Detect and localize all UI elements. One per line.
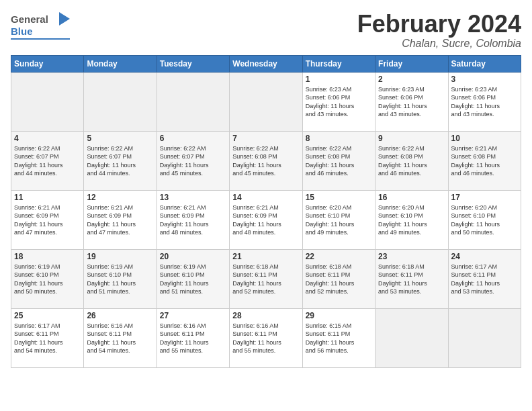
day-number: 26 [87, 311, 153, 320]
day-number: 18 [14, 252, 81, 261]
day-info: Sunrise: 6:23 AMSunset: 6:06 PMDaylight:… [378, 85, 445, 119]
calendar-cell: 20Sunrise: 6:19 AMSunset: 6:10 PMDayligh… [157, 249, 229, 308]
day-info: Sunrise: 6:21 AMSunset: 6:09 PMDaylight:… [87, 203, 153, 237]
calendar-cell: 9Sunrise: 6:22 AMSunset: 6:08 PMDaylight… [375, 131, 448, 190]
calendar-cell [157, 72, 229, 131]
day-info: Sunrise: 6:21 AMSunset: 6:09 PMDaylight:… [14, 203, 81, 237]
calendar-cell: 18Sunrise: 6:19 AMSunset: 6:10 PMDayligh… [11, 249, 84, 308]
day-number: 21 [232, 252, 299, 261]
svg-text:Blue: Blue [11, 26, 33, 37]
day-number: 19 [87, 252, 153, 261]
day-number: 20 [160, 252, 226, 261]
day-number: 29 [306, 311, 372, 320]
day-info: Sunrise: 6:16 AMSunset: 6:11 PMDaylight:… [232, 322, 299, 355]
day-info: Sunrise: 6:15 AMSunset: 6:11 PMDaylight:… [306, 322, 372, 355]
week-row: 18Sunrise: 6:19 AMSunset: 6:10 PMDayligh… [11, 249, 521, 308]
calendar-cell: 12Sunrise: 6:21 AMSunset: 6:09 PMDayligh… [84, 190, 157, 249]
calendar-table: SundayMondayTuesdayWednesdayThursdayFrid… [11, 55, 521, 368]
day-info: Sunrise: 6:20 AMSunset: 6:10 PMDaylight:… [306, 203, 372, 237]
calendar-cell: 29Sunrise: 6:15 AMSunset: 6:11 PMDayligh… [302, 308, 375, 367]
calendar-cell [448, 308, 521, 367]
page: General Blue February 2024 Chalan, Sucre… [0, 0, 532, 411]
calendar-cell: 27Sunrise: 6:16 AMSunset: 6:11 PMDayligh… [157, 308, 229, 367]
day-info: Sunrise: 6:22 AMSunset: 6:07 PMDaylight:… [160, 144, 226, 178]
weekday-wednesday: Wednesday [230, 55, 302, 72]
calendar-cell: 21Sunrise: 6:18 AMSunset: 6:11 PMDayligh… [230, 249, 302, 308]
weekday-row: SundayMondayTuesdayWednesdayThursdayFrid… [11, 55, 521, 72]
day-info: Sunrise: 6:16 AMSunset: 6:11 PMDaylight:… [87, 322, 153, 355]
day-number: 6 [160, 134, 226, 143]
day-number: 23 [378, 252, 445, 261]
day-info: Sunrise: 6:21 AMSunset: 6:09 PMDaylight:… [232, 203, 299, 237]
day-number: 25 [14, 311, 81, 320]
day-number: 9 [378, 134, 445, 143]
calendar-cell: 13Sunrise: 6:21 AMSunset: 6:09 PMDayligh… [157, 190, 229, 249]
sub-title: Chalan, Sucre, Colombia [357, 38, 521, 50]
weekday-sunday: Sunday [11, 55, 84, 72]
day-number: 14 [232, 193, 299, 202]
day-info: Sunrise: 6:21 AMSunset: 6:08 PMDaylight:… [451, 144, 518, 178]
day-number: 15 [306, 193, 372, 202]
week-row: 25Sunrise: 6:17 AMSunset: 6:11 PMDayligh… [11, 308, 521, 367]
calendar-cell: 24Sunrise: 6:17 AMSunset: 6:11 PMDayligh… [448, 249, 521, 308]
day-number: 7 [232, 134, 299, 143]
week-row: 1Sunrise: 6:23 AMSunset: 6:06 PMDaylight… [11, 72, 521, 131]
weekday-friday: Friday [375, 55, 448, 72]
day-number: 4 [14, 134, 81, 143]
day-number: 13 [160, 193, 226, 202]
calendar-cell: 22Sunrise: 6:18 AMSunset: 6:11 PMDayligh… [302, 249, 375, 308]
calendar-cell: 23Sunrise: 6:18 AMSunset: 6:11 PMDayligh… [375, 249, 448, 308]
day-info: Sunrise: 6:19 AMSunset: 6:10 PMDaylight:… [87, 263, 153, 296]
day-number: 24 [451, 252, 518, 261]
calendar-cell: 14Sunrise: 6:21 AMSunset: 6:09 PMDayligh… [230, 190, 302, 249]
calendar-cell [11, 72, 84, 131]
day-info: Sunrise: 6:19 AMSunset: 6:10 PMDaylight:… [14, 263, 81, 296]
calendar-cell: 25Sunrise: 6:17 AMSunset: 6:11 PMDayligh… [11, 308, 84, 367]
day-number: 3 [451, 75, 518, 84]
weekday-thursday: Thursday [302, 55, 375, 72]
day-number: 12 [87, 193, 153, 202]
day-info: Sunrise: 6:22 AMSunset: 6:08 PMDaylight:… [232, 144, 299, 178]
day-number: 17 [451, 193, 518, 202]
day-info: Sunrise: 6:22 AMSunset: 6:07 PMDaylight:… [87, 144, 153, 178]
calendar-cell: 1Sunrise: 6:23 AMSunset: 6:06 PMDaylight… [302, 72, 375, 131]
week-row: 11Sunrise: 6:21 AMSunset: 6:09 PMDayligh… [11, 190, 521, 249]
svg-text:General: General [11, 13, 48, 25]
day-number: 22 [306, 252, 372, 261]
day-info: Sunrise: 6:22 AMSunset: 6:07 PMDaylight:… [14, 144, 81, 178]
day-info: Sunrise: 6:23 AMSunset: 6:06 PMDaylight:… [451, 85, 518, 119]
day-number: 10 [451, 134, 518, 143]
calendar-cell: 7Sunrise: 6:22 AMSunset: 6:08 PMDaylight… [230, 131, 302, 190]
day-info: Sunrise: 6:17 AMSunset: 6:11 PMDaylight:… [451, 263, 518, 296]
day-number: 1 [306, 75, 372, 84]
calendar-cell [230, 72, 302, 131]
svg-marker-1 [59, 12, 70, 26]
calendar-cell: 10Sunrise: 6:21 AMSunset: 6:08 PMDayligh… [448, 131, 521, 190]
calendar-cell: 28Sunrise: 6:16 AMSunset: 6:11 PMDayligh… [230, 308, 302, 367]
calendar-cell: 4Sunrise: 6:22 AMSunset: 6:07 PMDaylight… [11, 131, 84, 190]
week-row: 4Sunrise: 6:22 AMSunset: 6:07 PMDaylight… [11, 131, 521, 190]
day-number: 2 [378, 75, 445, 84]
weekday-tuesday: Tuesday [157, 55, 229, 72]
calendar-cell: 15Sunrise: 6:20 AMSunset: 6:10 PMDayligh… [302, 190, 375, 249]
calendar-cell: 11Sunrise: 6:21 AMSunset: 6:09 PMDayligh… [11, 190, 84, 249]
calendar-body: 1Sunrise: 6:23 AMSunset: 6:06 PMDaylight… [11, 72, 521, 367]
calendar-cell: 5Sunrise: 6:22 AMSunset: 6:07 PMDaylight… [84, 131, 157, 190]
logo-svg: General Blue [11, 11, 71, 44]
calendar-cell [84, 72, 157, 131]
calendar-cell: 6Sunrise: 6:22 AMSunset: 6:07 PMDaylight… [157, 131, 229, 190]
day-number: 11 [14, 193, 81, 202]
calendar-cell: 26Sunrise: 6:16 AMSunset: 6:11 PMDayligh… [84, 308, 157, 367]
calendar-header: SundayMondayTuesdayWednesdayThursdayFrid… [11, 55, 521, 72]
day-info: Sunrise: 6:17 AMSunset: 6:11 PMDaylight:… [14, 322, 81, 355]
day-info: Sunrise: 6:18 AMSunset: 6:11 PMDaylight:… [232, 263, 299, 296]
day-number: 28 [232, 311, 299, 320]
day-info: Sunrise: 6:20 AMSunset: 6:10 PMDaylight:… [378, 203, 445, 237]
day-number: 5 [87, 134, 153, 143]
day-info: Sunrise: 6:18 AMSunset: 6:11 PMDaylight:… [378, 263, 445, 296]
header: General Blue February 2024 Chalan, Sucre… [11, 11, 521, 50]
calendar-cell: 2Sunrise: 6:23 AMSunset: 6:06 PMDaylight… [375, 72, 448, 131]
day-info: Sunrise: 6:21 AMSunset: 6:09 PMDaylight:… [160, 203, 226, 237]
day-info: Sunrise: 6:16 AMSunset: 6:11 PMDaylight:… [160, 322, 226, 355]
day-number: 27 [160, 311, 226, 320]
